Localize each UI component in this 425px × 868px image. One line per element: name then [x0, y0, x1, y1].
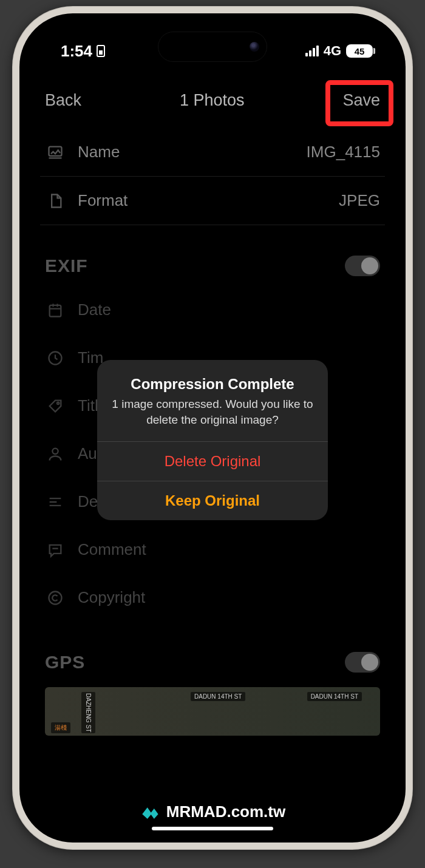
- alert-title: Compression Complete: [110, 376, 314, 393]
- phone-frame: 1:54 4G 45 Back: [12, 6, 413, 850]
- delete-original-button[interactable]: Delete Original: [97, 441, 328, 481]
- modal-overlay: Compression Complete 1 image compressed.…: [24, 18, 401, 838]
- keep-original-button[interactable]: Keep Original: [97, 481, 328, 520]
- screen: 1:54 4G 45 Back: [24, 18, 401, 838]
- phone-bezel: 1:54 4G 45 Back: [19, 13, 406, 843]
- compression-alert: Compression Complete 1 image compressed.…: [97, 360, 328, 520]
- alert-message: 1 image compressed. Would you like to de…: [110, 396, 314, 427]
